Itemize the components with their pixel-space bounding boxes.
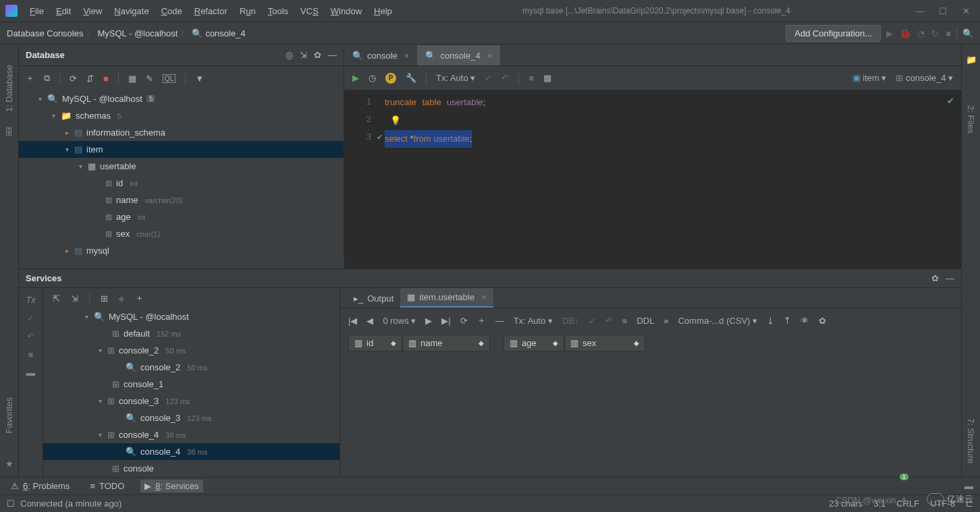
ql-icon[interactable]: QL — [163, 74, 175, 83]
close-button[interactable]: ✕ — [961, 6, 971, 16]
svc-default[interactable]: ⊞default152 ms — [43, 325, 339, 342]
session-selector[interactable]: ⊞ console_4 ▾ — [896, 73, 953, 83]
svc-console-2[interactable]: ▾⊞console_250 ms — [43, 342, 339, 359]
stop-icon[interactable]: ■ — [103, 74, 109, 84]
svc-console-4[interactable]: ▾⊞console_438 ms — [43, 426, 339, 443]
first-page-icon[interactable]: |◀ — [348, 316, 357, 326]
submit-icon[interactable]: DB↑ — [562, 316, 579, 326]
minimize-button[interactable]: — — [915, 6, 925, 16]
menu-run[interactable]: Run — [234, 3, 261, 19]
profile-icon[interactable]: ↻ — [931, 28, 939, 38]
stop-icon[interactable]: ■ — [946, 28, 951, 38]
structure-tool-tab[interactable]: 7: Structure — [966, 418, 976, 463]
rollback-icon[interactable]: ↶ — [27, 331, 34, 341]
stop-icon[interactable]: ■ — [28, 349, 34, 360]
history-icon[interactable]: ◷ — [369, 73, 376, 83]
tree-mysql-schema[interactable]: ▸ ▤ mysql — [19, 242, 344, 259]
hide-icon[interactable]: — — [328, 50, 337, 60]
menu-vcs[interactable]: VCS — [295, 3, 324, 19]
add-configuration-button[interactable]: Add Configuration... — [786, 25, 881, 42]
menu-code[interactable]: Code — [156, 3, 188, 19]
tree-info-schema[interactable]: ▸ ▤ information_schema — [19, 124, 344, 141]
tree-table-usertable[interactable]: ▾ ▦ usertable — [19, 158, 344, 175]
tx-mode-dropdown[interactable]: Tx: Auto ▾ — [514, 316, 553, 326]
bulb-icon[interactable]: 💡 — [390, 115, 401, 125]
tab-console-4[interactable]: 🔍console_4× — [417, 45, 500, 65]
db-cylinder-icon[interactable]: 🗄 — [5, 127, 13, 137]
refresh-icon[interactable]: ⟳ — [70, 74, 77, 84]
maximize-button[interactable]: ☐ — [938, 6, 948, 16]
explain-icon[interactable]: P — [385, 73, 396, 84]
inspection-check-icon[interactable]: ✔ — [947, 96, 954, 106]
notification-badge[interactable]: 1 — [900, 474, 908, 480]
commit-icon[interactable]: ✓ — [485, 73, 492, 83]
tree-col-age[interactable]: ▥ ageint — [19, 208, 344, 225]
sync-icon[interactable]: ⇵ — [86, 74, 94, 84]
close-icon[interactable]: × — [487, 51, 493, 61]
coverage-icon[interactable]: ◔ — [917, 28, 925, 38]
group-icon[interactable]: ⊞ — [101, 293, 108, 304]
remove-row-icon[interactable]: — — [495, 316, 504, 326]
expand-icon[interactable]: ⇱ — [53, 293, 60, 304]
tree-schemas[interactable]: ▾ 📁 schemas 5 — [19, 107, 344, 124]
menu-help[interactable]: Help — [369, 3, 398, 19]
last-page-icon[interactable]: ▶| — [441, 316, 450, 326]
event-log-icon[interactable]: ▬ — [964, 481, 973, 491]
run-icon[interactable]: ▶ — [886, 28, 893, 38]
download-icon[interactable]: ⤓ — [767, 316, 774, 326]
files-icon[interactable]: 📁 — [966, 55, 977, 65]
prev-page-icon[interactable]: ◀ — [366, 316, 373, 326]
svc-console-1[interactable]: ⊞console_1 — [43, 376, 339, 393]
rollback-icon[interactable]: ↶ — [605, 316, 613, 326]
edit-icon[interactable]: ✎ — [146, 74, 153, 84]
collapse-icon[interactable]: ⇲ — [71, 293, 78, 304]
rollback-icon[interactable]: ↶ — [501, 73, 509, 83]
run-icon[interactable]: ▶ — [352, 73, 359, 83]
col-header-id[interactable]: ▥id ◆ — [348, 335, 402, 351]
layout-icon[interactable]: ▦ — [543, 73, 551, 83]
menu-tools[interactable]: Tools — [263, 3, 294, 19]
commit-icon[interactable]: ✓ — [589, 316, 596, 326]
view-icon[interactable]: 👁 — [800, 316, 809, 326]
tab-console[interactable]: 🔍console× — [344, 45, 417, 65]
tx-icon[interactable]: Tx — [26, 295, 35, 305]
target-icon[interactable]: ◎ — [285, 50, 293, 60]
tab-result-table[interactable]: ▦item.usertable× — [400, 288, 493, 308]
layout-icon[interactable]: ▬ — [26, 368, 35, 378]
menu-navigate[interactable]: Navigate — [109, 3, 154, 19]
svc-console-4-run[interactable]: 🔍console_438 ms — [43, 443, 339, 460]
hide-icon[interactable]: — — [946, 273, 954, 283]
tree-item-schema[interactable]: ▾ ▤ item — [19, 141, 344, 158]
gear-icon[interactable]: ✿ — [931, 273, 939, 283]
rows-dropdown[interactable]: 0 rows ▾ — [383, 316, 416, 326]
todo-tab[interactable]: ≡TODO — [86, 480, 128, 492]
menu-edit[interactable]: Edit — [51, 3, 76, 19]
cancel-icon[interactable]: ■ — [622, 316, 628, 326]
favorites-tool-tab[interactable]: Favorites — [4, 397, 14, 433]
add-icon[interactable]: ＋ — [26, 72, 34, 84]
schema-selector[interactable]: ▣ item ▾ — [852, 73, 887, 83]
collapse-icon[interactable]: ⇲ — [300, 50, 307, 60]
stop-icon[interactable]: ■ — [528, 73, 534, 83]
duplicate-icon[interactable]: ⧉ — [44, 73, 50, 84]
tree-col-id[interactable]: ▥ idint — [19, 175, 344, 192]
upload-icon[interactable]: ⤒ — [784, 316, 791, 326]
check-icon[interactable]: ✓ — [27, 313, 34, 323]
svc-datasource[interactable]: ▾🔍MySQL - @localhost — [43, 308, 339, 325]
menu-file[interactable]: File — [24, 3, 49, 19]
menu-refactor[interactable]: Refactor — [189, 3, 233, 19]
svc-console-3-run[interactable]: 🔍console_3123 ms — [43, 409, 339, 426]
settings-icon[interactable]: ✿ — [819, 316, 826, 326]
filter-icon[interactable]: ▼ — [195, 74, 204, 84]
add-icon[interactable]: ＋ — [135, 292, 144, 304]
ddl-button[interactable]: DDL — [636, 316, 654, 326]
more-icon[interactable]: » — [663, 316, 668, 326]
wrench-icon[interactable]: 🔧 — [406, 73, 416, 83]
search-icon[interactable]: 🔍 — [962, 28, 973, 38]
col-header-sex[interactable]: ▥sex◆ — [564, 335, 645, 351]
breadcrumb-console[interactable]: 🔍 console_4 — [192, 28, 245, 38]
tree-col-name[interactable]: ▥ namevarchar(20) — [19, 192, 344, 208]
table-icon[interactable]: ▦ — [128, 74, 136, 84]
db-tool-tab[interactable]: 1: Database — [4, 65, 14, 112]
breadcrumb-root[interactable]: Database Consoles — [7, 28, 83, 38]
